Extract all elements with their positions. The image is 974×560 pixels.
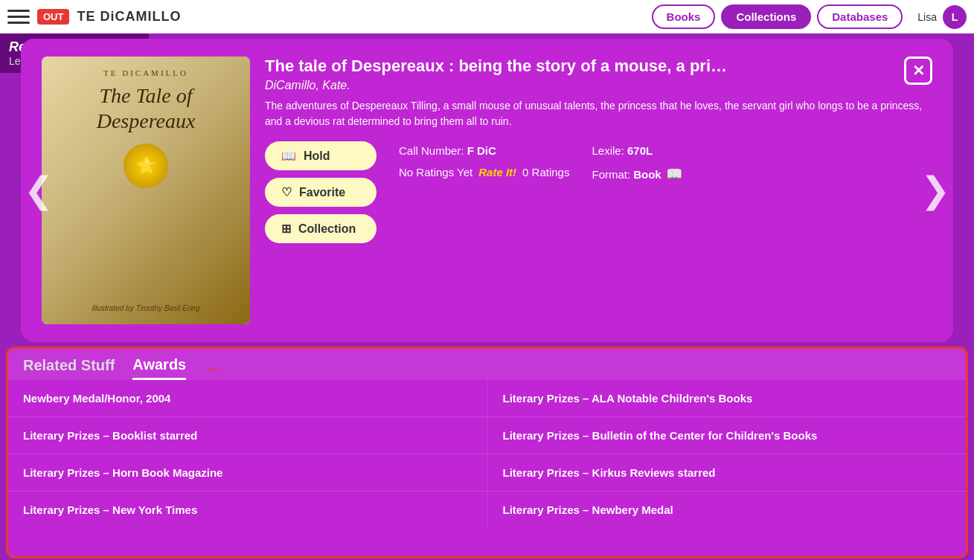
award-item: Literary Prizes – New York Times — [8, 492, 487, 528]
next-arrow-button[interactable]: ❯ — [920, 173, 950, 208]
awards-grid[interactable]: Newbery Medal/Honor, 2004 Literary Prize… — [8, 380, 966, 528]
modal-close-button[interactable]: ✕ — [904, 57, 932, 85]
book-cover: TE DiCAMILLO The Tale of Despereaux ⭐ il… — [42, 57, 250, 324]
tab-related-stuff[interactable]: Related Stuff — [23, 357, 115, 380]
hold-icon: 📖 — [281, 149, 296, 163]
modal-actions: 📖 Hold ♡ Favorite ⊞ Collection — [265, 141, 377, 243]
call-number-label: Call Number: — [399, 144, 464, 157]
hold-button[interactable]: 📖 Hold — [265, 141, 377, 170]
book-modal: TE DiCAMILLO The Tale of Despereaux ⭐ il… — [21, 39, 953, 342]
call-number-item: Call Number: F DiC — [399, 144, 569, 157]
hamburger-menu[interactable] — [7, 6, 30, 28]
hold-label: Hold — [304, 149, 330, 163]
heart-icon: ♡ — [281, 185, 292, 199]
award-item: Literary Prizes – Booklist starred — [8, 417, 487, 454]
bottom-tabs: Related Stuff Awards ← — [8, 349, 966, 380]
medal-icon: ⭐ — [124, 144, 168, 188]
award-item: Literary Prizes – ALA Notable Children's… — [487, 380, 967, 417]
favorite-button[interactable]: ♡ Favorite — [265, 178, 377, 207]
ratings-item: No Ratings Yet Rate It! 0 Ratings — [399, 166, 569, 178]
top-nav: OUT TE DiCAMILLO Books Collections Datab… — [0, 0, 974, 33]
tab-awards[interactable]: Awards — [132, 356, 186, 380]
collection-icon: ⊞ — [281, 222, 291, 236]
lexile-val: 670L — [627, 144, 653, 157]
nav-databases-btn[interactable]: Databases — [817, 4, 903, 29]
modal-actions-meta: 📖 Hold ♡ Favorite ⊞ Collection Call Numb… — [265, 141, 932, 243]
prev-arrow-button[interactable]: ❮ — [24, 173, 54, 208]
cover-title: The Tale of Despereaux — [51, 83, 241, 133]
award-item: Literary Prizes – Kirkus Reviews starred — [487, 454, 967, 492]
user-avatar[interactable]: L — [943, 5, 967, 29]
book-cover-image: TE DiCAMILLO The Tale of Despereaux ⭐ il… — [42, 57, 250, 324]
award-item: Literary Prizes – Newbery Medal — [487, 492, 967, 528]
site-title: TE DiCAMILLO — [77, 9, 644, 25]
lexile-item: Lexile: 670L — [592, 144, 682, 157]
call-number-val: F DiC — [467, 144, 496, 157]
tab-arrow-icon: ← — [204, 357, 223, 380]
user-name: Lisa — [917, 11, 937, 23]
modal-meta: Call Number: F DiC No Ratings Yet Rate I… — [399, 144, 569, 178]
format-val: Book — [633, 168, 661, 181]
format-item: Format: Book 📖 — [592, 166, 682, 182]
user-area: Lisa L — [917, 5, 967, 29]
modal-title-area: The tale of Despereaux : being the story… — [265, 57, 895, 92]
no-ratings-text: No Ratings Yet — [399, 166, 472, 178]
out-badge: OUT — [37, 9, 69, 25]
modal-meta-right: Lexile: 670L Format: Book 📖 — [592, 144, 682, 182]
rate-it-link[interactable]: Rate It! — [478, 166, 516, 178]
award-item: Literary Prizes – Horn Book Magazine — [8, 454, 487, 492]
modal-author: DiCamillo, Kate. — [265, 79, 895, 92]
nav-collections-btn[interactable]: Collections — [721, 4, 811, 29]
book-format-icon: 📖 — [666, 166, 682, 182]
collection-button[interactable]: ⊞ Collection — [265, 214, 377, 243]
modal-title: The tale of Despereaux : being the story… — [265, 57, 895, 76]
cover-subtitle: illustrated by Timothy Basil Ering — [92, 304, 200, 312]
format-label: Format: — [592, 168, 630, 181]
bottom-section: Related Stuff Awards ← Newbery Medal/Hon… — [6, 347, 968, 559]
nav-buttons: Books Collections Databases — [652, 4, 903, 29]
collection-label: Collection — [298, 222, 356, 236]
cover-author: TE DiCAMILLO — [103, 68, 188, 77]
ratings-count: 0 Ratings — [522, 166, 569, 178]
favorite-label: Favorite — [299, 186, 345, 199]
modal-content: The tale of Despereaux : being the story… — [265, 57, 932, 324]
award-item: Literary Prizes – Bulletin of the Center… — [487, 417, 967, 454]
award-item: Newbery Medal/Honor, 2004 — [8, 380, 487, 417]
modal-description: The adventures of Despereaux Tilling, a … — [265, 98, 932, 129]
nav-books-btn[interactable]: Books — [652, 4, 716, 29]
lexile-label-text: Lexile: — [592, 144, 624, 157]
modal-header: The tale of Despereaux : being the story… — [265, 57, 932, 92]
